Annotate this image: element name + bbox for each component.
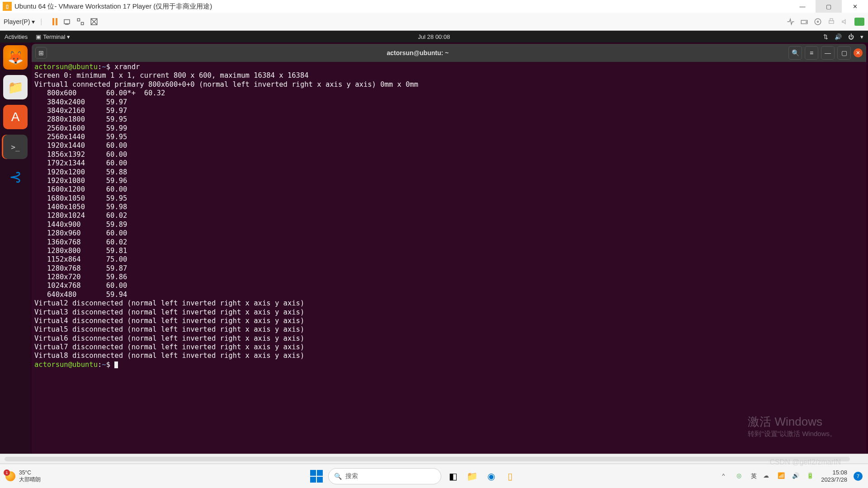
- terminal-output[interactable]: actorsun@ubuntu:~$ xrandr Screen 0: mini…: [32, 62, 866, 454]
- dock-files[interactable]: 📁: [3, 75, 28, 99]
- svg-point-6: [815, 19, 821, 25]
- printer-icon[interactable]: [827, 18, 835, 26]
- search-icon: 🔍: [334, 473, 342, 480]
- start-button[interactable]: [310, 470, 323, 483]
- network-adapter-icon[interactable]: [787, 18, 795, 26]
- ubuntu-dock: 🦊 📁 A ⊰: [0, 42, 31, 454]
- minimize-button[interactable]: —: [789, 0, 816, 13]
- disk-icon[interactable]: [800, 18, 808, 26]
- vmware-title: Ubuntu 64 位- VMware Workstation 17 Playe…: [14, 2, 212, 11]
- weather-icon: [5, 471, 15, 481]
- close-button[interactable]: ✕: [842, 0, 868, 13]
- pause-icon[interactable]: [52, 18, 57, 25]
- windows-taskbar: 35°C 大部晴朗 🔍 搜索 ◧ 📁 ◉ ▯ ^ ◎ 英 ☁ 📶 🔊 🔋 15:…: [0, 464, 868, 488]
- ubuntu-top-bar: Activities ▣ Terminal ▾ Jul 28 00:08 ⇅ 🔊…: [0, 31, 868, 42]
- file-explorer-icon[interactable]: 📁: [466, 469, 479, 483]
- svg-rect-2: [81, 22, 83, 24]
- weather-temp: 35°C: [19, 469, 41, 476]
- power-icon[interactable]: ⏻: [848, 33, 854, 40]
- ime-indicator[interactable]: 英: [751, 472, 757, 480]
- vmware-titlebar: ▯ Ubuntu 64 位- VMware Workstation 17 Pla…: [0, 0, 868, 13]
- window-minimize-icon[interactable]: —: [821, 46, 835, 60]
- send-ctrl-alt-del-icon[interactable]: [63, 18, 71, 26]
- window-close-icon[interactable]: ✕: [854, 48, 863, 57]
- svg-rect-0: [64, 19, 70, 23]
- windows-activation-watermark: 激活 Windows 转到"设置"以激活 Windows。: [748, 414, 836, 438]
- chevron-down-icon[interactable]: ▾: [860, 33, 863, 40]
- taskbar-clock[interactable]: 15:08 2023/7/28: [821, 469, 847, 483]
- svg-rect-9: [830, 19, 833, 21]
- svg-rect-8: [829, 20, 834, 23]
- sound-icon[interactable]: [841, 18, 849, 26]
- unity-icon[interactable]: [90, 18, 98, 26]
- csdn-watermark: CSDN @getI2/zmarIN: [769, 458, 841, 466]
- tray-security-icon[interactable]: ◎: [736, 472, 745, 480]
- player-menu[interactable]: Player(P)▾: [4, 18, 35, 25]
- cd-icon[interactable]: [814, 18, 822, 26]
- tray-chevron-icon[interactable]: ^: [722, 472, 730, 480]
- task-view-icon[interactable]: ◧: [447, 469, 460, 483]
- svg-point-7: [817, 21, 819, 22]
- notification-badge[interactable]: 7: [854, 472, 863, 481]
- hamburger-menu-icon[interactable]: ≡: [805, 46, 818, 60]
- vmware-toolbar: Player(P)▾ |: [0, 13, 868, 31]
- activities-button[interactable]: Activities: [5, 33, 28, 40]
- system-tray[interactable]: ⇅ 🔊 ⏻ ▾: [823, 33, 863, 40]
- clock[interactable]: Jul 28 00:08: [418, 33, 450, 40]
- terminal-app-icon: ▣: [36, 33, 41, 40]
- terminal-title: actorsun@ubuntu: ~: [50, 49, 786, 56]
- vmware-scrollbar[interactable]: [0, 454, 868, 464]
- edge-icon[interactable]: ◉: [485, 469, 498, 483]
- dock-firefox[interactable]: 🦊: [3, 45, 28, 70]
- window-controls: — ▢ ✕: [789, 0, 868, 13]
- dock-software[interactable]: A: [3, 105, 28, 129]
- svg-point-5: [806, 22, 807, 23]
- search-icon[interactable]: 🔍: [788, 46, 802, 60]
- vmware-tools-icon[interactable]: [854, 18, 864, 26]
- weather-widget[interactable]: 35°C 大部晴朗: [5, 469, 105, 483]
- terminal-app-menu[interactable]: ▣ Terminal ▾: [36, 33, 70, 40]
- volume-icon[interactable]: 🔊: [835, 33, 842, 40]
- fullscreen-icon[interactable]: [76, 18, 85, 26]
- tray-volume-icon[interactable]: 🔊: [792, 472, 800, 480]
- vmware-icon: ▯: [3, 2, 12, 11]
- terminal-window: ⊞ actorsun@ubuntu: ~ 🔍 ≡ — ▢ ✕ actorsun@…: [32, 44, 866, 454]
- new-tab-button[interactable]: ⊞: [35, 47, 47, 59]
- tray-cloud-icon[interactable]: ☁: [763, 472, 771, 480]
- svg-rect-1: [77, 19, 80, 21]
- window-maximize-icon[interactable]: ▢: [837, 46, 851, 60]
- maximize-button[interactable]: ▢: [816, 0, 842, 13]
- dock-vscode[interactable]: ⊰: [3, 164, 28, 189]
- taskbar-search[interactable]: 🔍 搜索: [328, 468, 441, 484]
- weather-desc: 大部晴朗: [19, 476, 41, 483]
- terminal-headerbar: ⊞ actorsun@ubuntu: ~ 🔍 ≡ — ▢ ✕: [32, 44, 866, 62]
- dock-terminal[interactable]: [3, 135, 28, 159]
- tray-battery-icon[interactable]: 🔋: [807, 472, 815, 480]
- ubuntu-desktop: 🦊 📁 A ⊰ ⊞ actorsun@ubuntu: ~ 🔍 ≡ — ▢ ✕ a…: [0, 42, 868, 454]
- network-icon[interactable]: ⇅: [823, 33, 828, 40]
- tray-wifi-icon[interactable]: 📶: [778, 472, 786, 480]
- vmware-taskbar-icon[interactable]: ▯: [504, 469, 517, 483]
